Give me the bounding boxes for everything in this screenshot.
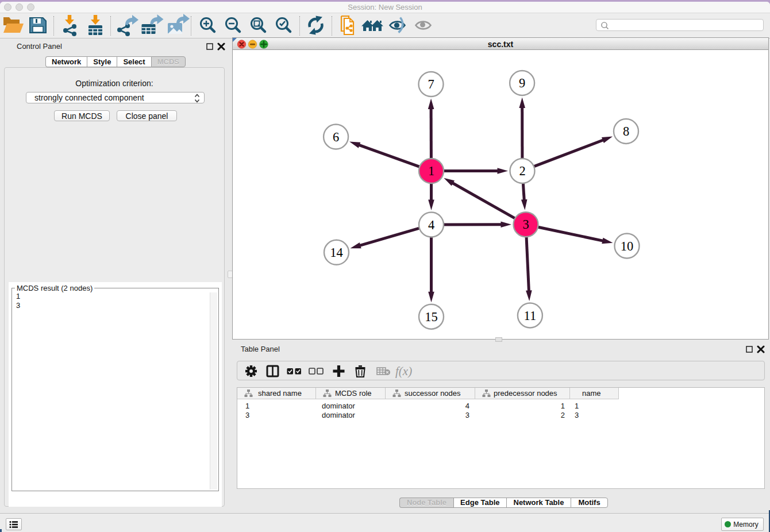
svg-text:f(x): f(x) [395, 364, 412, 378]
svg-text:4: 4 [428, 218, 434, 232]
svg-text:11: 11 [524, 309, 537, 323]
svg-text:3: 3 [522, 217, 529, 232]
svg-text:9: 9 [519, 76, 525, 90]
svg-text:15: 15 [425, 310, 438, 324]
svg-text:7: 7 [428, 77, 434, 91]
svg-text:2: 2 [519, 164, 525, 178]
svg-text:6: 6 [333, 130, 339, 144]
svg-text:8: 8 [623, 124, 629, 138]
svg-text:10: 10 [621, 239, 634, 253]
svg-text:14: 14 [330, 245, 343, 260]
svg-text:1: 1 [428, 164, 434, 178]
